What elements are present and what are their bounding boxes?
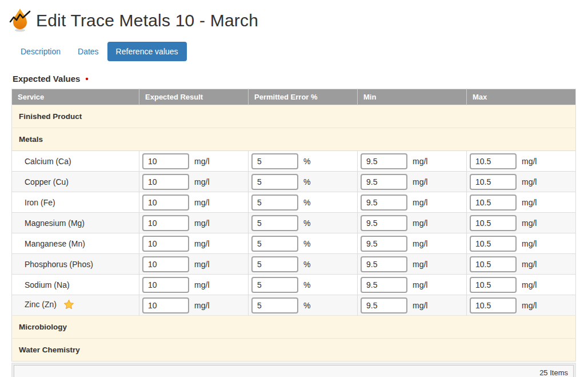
permitted-error-input[interactable] — [251, 277, 298, 293]
min-cell: mg/l — [358, 275, 467, 295]
expected-result-cell: mg/l — [139, 233, 249, 254]
min-input[interactable] — [361, 153, 407, 169]
table-header-row: Service Expected Result Permitted Error … — [12, 89, 576, 105]
service-cell: Iron (Fe) — [12, 192, 139, 213]
column-header-min: Min — [358, 89, 467, 105]
min-cell: mg/l — [358, 192, 467, 213]
table-row: Sodium (Na) mg/l % mg/l mg/l — [12, 275, 576, 295]
expected-result-input[interactable] — [142, 215, 189, 231]
expected-result-unit: mg/l — [194, 239, 209, 248]
max-input[interactable] — [470, 277, 517, 293]
table-row: Manganese (Mn) mg/l % mg/l mg/l — [12, 233, 576, 254]
min-input[interactable] — [361, 236, 407, 252]
max-input[interactable] — [470, 256, 517, 272]
section-label-row: Expected Values• — [13, 74, 588, 84]
expected-result-input[interactable] — [142, 277, 189, 293]
max-input[interactable] — [470, 174, 517, 190]
tab-dates[interactable]: Dates — [69, 42, 107, 61]
permitted-error-unit: % — [303, 177, 310, 186]
table-row: Magnesium (Mg) mg/l % mg/l mg/l — [12, 213, 576, 233]
max-cell: mg/l — [467, 295, 576, 316]
max-cell: mg/l — [467, 213, 576, 233]
expected-result-input[interactable] — [142, 153, 189, 169]
expected-result-cell: mg/l — [139, 254, 249, 275]
max-input[interactable] — [470, 297, 517, 313]
permitted-error-cell: % — [249, 254, 358, 275]
service-name: Iron (Fe) — [25, 198, 55, 207]
max-input[interactable] — [470, 236, 517, 252]
max-unit: mg/l — [522, 157, 537, 166]
reference-values-table-wrap: Service Expected Result Permitted Error … — [11, 89, 576, 362]
column-header-expected-result: Expected Result — [139, 89, 249, 105]
max-input[interactable] — [470, 195, 517, 211]
permitted-error-input[interactable] — [251, 153, 298, 169]
max-input[interactable] — [470, 215, 517, 231]
table-row: Calcium (Ca) mg/l % mg/l mg/l — [12, 151, 576, 172]
expected-result-unit: mg/l — [194, 301, 209, 310]
min-cell: mg/l — [358, 233, 467, 254]
permitted-error-unit: % — [303, 239, 310, 248]
expected-result-input[interactable] — [142, 297, 189, 313]
permitted-error-cell: % — [249, 275, 358, 295]
expected-result-input[interactable] — [142, 174, 189, 190]
min-cell: mg/l — [358, 151, 467, 172]
max-cell: mg/l — [467, 233, 576, 254]
expected-result-input[interactable] — [142, 195, 189, 211]
service-cell: Zinc (Zn) — [12, 295, 139, 316]
table-group-row: Microbiology — [12, 316, 576, 339]
group-label: Finished Product — [12, 105, 576, 128]
permitted-error-input[interactable] — [251, 174, 298, 190]
group-label: Water Chemistry — [12, 339, 576, 362]
service-cell: Copper (Cu) — [12, 172, 139, 192]
table-group-row: Metals — [12, 128, 576, 151]
expected-result-unit: mg/l — [194, 198, 209, 207]
max-unit: mg/l — [522, 260, 537, 269]
table-row: Iron (Fe) mg/l % mg/l mg/l — [12, 192, 576, 213]
table-row: Phosphorus (Phos) mg/l % mg/l mg/l — [12, 254, 576, 275]
min-cell: mg/l — [358, 172, 467, 192]
permitted-error-cell: % — [249, 233, 358, 254]
page-header: Edit Trace Metals 10 - March — [9, 7, 588, 34]
min-cell: mg/l — [358, 295, 467, 316]
expected-result-cell: mg/l — [139, 295, 249, 316]
min-input[interactable] — [361, 195, 407, 211]
service-name: Zinc (Zn) — [25, 300, 57, 309]
reference-values-table: Service Expected Result Permitted Error … — [11, 89, 576, 362]
expected-result-unit: mg/l — [194, 280, 209, 289]
expected-result-input[interactable] — [142, 256, 189, 272]
service-name: Sodium (Na) — [25, 280, 70, 289]
permitted-error-input[interactable] — [251, 195, 298, 211]
permitted-error-input[interactable] — [251, 256, 298, 272]
permitted-error-input[interactable] — [251, 297, 298, 313]
min-input[interactable] — [361, 174, 407, 190]
max-unit: mg/l — [522, 301, 537, 310]
max-input[interactable] — [470, 153, 517, 169]
column-header-permitted-error: Permitted Error % — [249, 89, 358, 105]
min-input[interactable] — [361, 277, 407, 293]
permitted-error-cell: % — [249, 192, 358, 213]
min-unit: mg/l — [413, 198, 427, 207]
permitted-error-input[interactable] — [251, 215, 298, 231]
column-header-max: Max — [467, 89, 576, 105]
tab-reference-values[interactable]: Reference values — [107, 42, 187, 61]
max-cell: mg/l — [467, 172, 576, 192]
permitted-error-unit: % — [303, 280, 310, 289]
max-unit: mg/l — [522, 239, 537, 248]
permitted-error-unit: % — [303, 301, 310, 310]
service-name: Manganese (Mn) — [25, 239, 85, 248]
min-input[interactable] — [361, 215, 407, 231]
min-input[interactable] — [361, 256, 407, 272]
min-input[interactable] — [361, 297, 407, 313]
section-label: Expected Values — [13, 74, 80, 84]
max-cell: mg/l — [467, 151, 576, 172]
min-cell: mg/l — [358, 254, 467, 275]
min-unit: mg/l — [413, 239, 427, 248]
permitted-error-input[interactable] — [251, 236, 298, 252]
min-unit: mg/l — [413, 157, 427, 166]
tab-description[interactable]: Description — [12, 42, 69, 61]
service-name: Copper (Cu) — [25, 177, 69, 186]
table-row: Copper (Cu) mg/l % mg/l mg/l — [12, 172, 576, 192]
expected-result-input[interactable] — [142, 236, 189, 252]
service-cell: Magnesium (Mg) — [12, 213, 139, 233]
min-unit: mg/l — [413, 219, 427, 228]
